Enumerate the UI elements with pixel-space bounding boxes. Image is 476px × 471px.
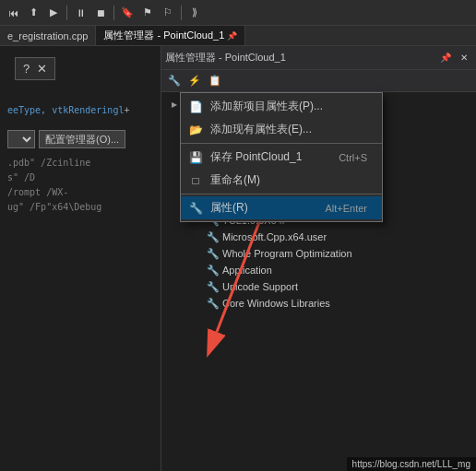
toolbar-icon-1[interactable]: ⏮ [4, 4, 22, 22]
menu-label-add-new: 添加新项目属性表(P)... [210, 99, 367, 114]
toolbar-sep-1 [66, 6, 67, 20]
menu-item-add-existing[interactable]: 📂 添加现有属性表(E)... [181, 118, 382, 141]
tree-item-wpo[interactable]: 🔧 Whole Program Optimization [161, 245, 476, 262]
tree-label-mscpp: Microsoft.Cpp.x64.user [222, 231, 327, 242]
toolbar-icon-7[interactable]: ⚑ [138, 4, 157, 22]
menu-label-add-existing: 添加现有属性表(E)... [210, 122, 367, 137]
toolbar-icon-6[interactable]: 🔖 [118, 4, 137, 22]
tree-label-unicode: Unicode Support [222, 281, 298, 292]
url-text: https://blog.csdn.net/LLL_mg [352, 459, 470, 469]
prop-manager-title: 属性管理器 - PointCloud_1 [165, 51, 434, 65]
code-line-fp: ug" /Fp"x64\Debug [7, 200, 153, 215]
prop-close-icon[interactable]: ✕ [456, 50, 472, 66]
tree-item-unicode[interactable]: 🔧 Unicode Support [161, 278, 476, 295]
menu-icon-save: 💾 [188, 150, 203, 165]
prop-pin-icon[interactable]: 📌 [437, 50, 454, 66]
right-panel: 属性管理器 - PointCloud_1 📌 ✕ 🔧 ⚡ 📋 ▶ 📁 Po... [161, 46, 476, 471]
toolbar-icon-3[interactable]: ▶ [44, 4, 63, 22]
url-bar: https://blog.csdn.net/LLL_mg [347, 457, 476, 471]
menu-sep-1 [181, 143, 382, 144]
toolbar-sep-3 [181, 6, 182, 20]
config-manager-btn[interactable]: 配置管理器(O)... [39, 130, 125, 148]
editor-content: eeType, vtkRenderingl+ [0, 99, 161, 123]
dropdown-select[interactable] [7, 130, 35, 148]
menu-item-save[interactable]: 💾 保存 PointCloud_1 Ctrl+S [181, 146, 382, 169]
menu-label-save: 保存 PointCloud_1 [210, 149, 313, 165]
code-line-s: s" /D [7, 171, 153, 185]
tree-arrow-root: ▶ [169, 100, 180, 109]
menu-icon-add-existing: 📂 [188, 123, 203, 137]
menu-shortcut-properties: Alt+Enter [325, 203, 367, 214]
tree-wrench-icon-mscpp: 🔧 [206, 230, 220, 243]
menu-shortcut-save: Ctrl+S [339, 152, 367, 163]
code-line-pdb: .pdb" /Zcinline [7, 156, 153, 171]
tab-registration-cpp[interactable]: e_registration.cpp [0, 26, 96, 45]
menu-item-properties[interactable]: 🔧 属性(R) Alt+Enter [181, 196, 382, 219]
menu-icon-rename: □ [188, 173, 203, 188]
toolbar-icon-4[interactable]: ⏸ [71, 4, 89, 22]
tree-label-wpo: Whole Program Optimization [222, 248, 352, 259]
menu-item-rename[interactable]: □ 重命名(M) [181, 169, 382, 192]
tree-item-mscpp[interactable]: 🔧 Microsoft.Cpp.x64.user [161, 229, 476, 245]
tab-pin-icon: 📌 [227, 31, 237, 41]
menu-item-add-new[interactable]: 📄 添加新项目属性表(P)... [181, 95, 382, 118]
toolbar-icon-5[interactable]: ⏹ [91, 4, 110, 22]
tree-wrench-icon-wpo: 🔧 [206, 247, 220, 260]
toolbar-icon-2[interactable]: ⬆ [24, 4, 42, 22]
prop-header-icons: 📌 ✕ [437, 50, 472, 66]
question-mark: ? [23, 62, 30, 76]
tree-wrench-icon-app: 🔧 [206, 264, 220, 277]
tab-label-cpp: e_registration.cpp [7, 30, 88, 41]
code-area: .pdb" /Zcinline s" /D /rompt /WX- ug" /F… [0, 152, 161, 218]
context-menu: 📄 添加新项目属性表(P)... 📂 添加现有属性表(E)... 💾 保存 Po… [180, 92, 383, 222]
main-layout: ? ✕ eeType, vtkRenderingl+ 配置管理器(O)... .… [0, 46, 476, 471]
menu-icon-add-new: 📄 [188, 100, 203, 114]
tab-bar: e_registration.cpp 属性管理器 - PointCloud_1 … [0, 26, 476, 46]
code-line-prompt: /rompt /WX- [7, 185, 153, 200]
tree-item-cwl2[interactable]: 🔧 Core Windows Libraries [161, 295, 476, 312]
question-box[interactable]: ? ✕ [15, 57, 55, 80]
tab-property-manager[interactable]: 属性管理器 - PointCloud_1 📌 [96, 26, 245, 45]
prop-toolbar-icon-2[interactable]: ⚡ [185, 72, 204, 90]
code-hint-row: ? ✕ [0, 46, 161, 91]
prop-toolbar: 🔧 ⚡ 📋 [161, 70, 476, 92]
tab-label-pm: 属性管理器 - PointCloud_1 [103, 29, 224, 42]
dropdown-row: 配置管理器(O)... [0, 126, 161, 152]
toolbar-icon-9[interactable]: ⟫ [185, 4, 204, 22]
prop-manager-header: 属性管理器 - PointCloud_1 📌 ✕ [161, 46, 476, 70]
menu-label-properties: 属性(R) [210, 200, 299, 216]
left-panel: ? ✕ eeType, vtkRenderingl+ 配置管理器(O)... .… [0, 46, 161, 471]
top-toolbar: ⏮ ⬆ ▶ ⏸ ⏹ 🔖 ⚑ ⚐ ⟫ [0, 0, 476, 26]
tree-label-application: Application [222, 265, 272, 276]
tree-wrench-icon-unicode: 🔧 [206, 280, 220, 293]
tree-item-application[interactable]: 🔧 Application [161, 262, 476, 278]
prop-toolbar-icon-1[interactable]: 🔧 [165, 72, 184, 90]
close-hint-btn[interactable]: ✕ [37, 62, 47, 76]
toolbar-icon-8[interactable]: ⚐ [159, 4, 177, 22]
menu-sep-2 [181, 194, 382, 194]
menu-label-rename: 重命名(M) [210, 172, 367, 188]
tree-label-cwl2: Core Windows Libraries [222, 298, 330, 309]
prop-toolbar-icon-3[interactable]: 📋 [206, 72, 224, 90]
code-line-1: eeType, vtkRenderingl+ [7, 102, 153, 119]
tree-wrench-icon-cwl2: 🔧 [206, 297, 220, 310]
menu-icon-properties: 🔧 [188, 201, 203, 216]
toolbar-sep-2 [113, 6, 114, 20]
